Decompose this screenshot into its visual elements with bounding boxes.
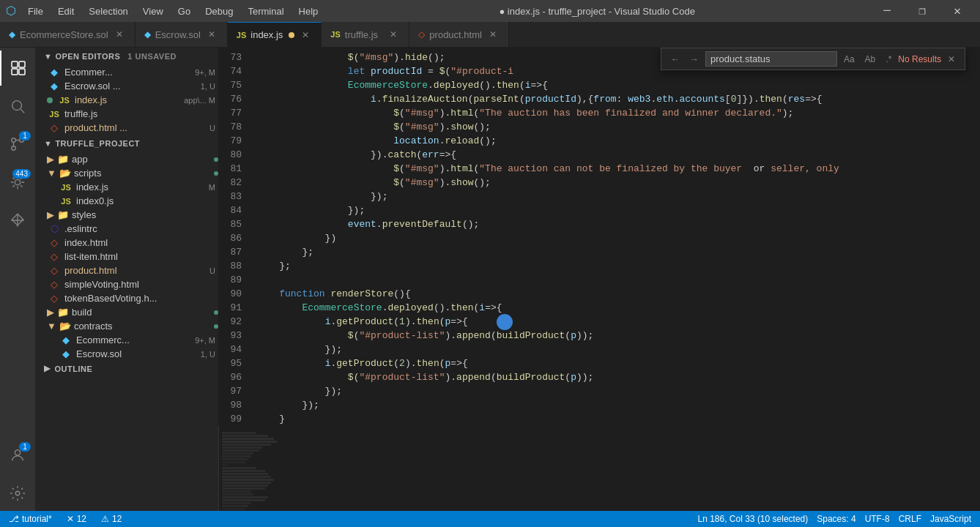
status-language[interactable]: JavaScript bbox=[927, 514, 974, 524]
maximize-button[interactable]: ❐ bbox=[905, 0, 939, 22]
line-content-91: EcommerceStore.deployed().then(i=>{ bbox=[253, 301, 980, 315]
line-77: 77 $("#msg").html("The auction has been … bbox=[218, 106, 980, 120]
folder-scripts[interactable]: ▼ 📂 scripts bbox=[35, 166, 218, 180]
language-label: JavaScript bbox=[930, 514, 971, 524]
outline-header[interactable]: ▶ OUTLINE bbox=[35, 361, 218, 376]
match-word-button[interactable]: Ab bbox=[861, 52, 880, 67]
file-producthtml[interactable]: ◇ product.html U bbox=[35, 264, 218, 277]
tab-product-close[interactable]: ✕ bbox=[486, 28, 500, 41]
file-ecommerce-sol[interactable]: ◆ Ecommerc... 9+, M bbox=[35, 333, 218, 347]
tab-truffle-label: truffle.js bbox=[345, 29, 378, 40]
open-editor-indexjs[interactable]: JS index.js app\... M bbox=[35, 93, 218, 107]
branch-label: tutorial* bbox=[22, 514, 52, 524]
tab-ecommerce-close[interactable]: ✕ bbox=[113, 28, 126, 41]
line-number-82: 82 bbox=[218, 176, 253, 190]
menu-view[interactable]: View bbox=[137, 4, 169, 18]
tab-product-label: product.html bbox=[429, 29, 482, 40]
menu-debug[interactable]: Debug bbox=[199, 4, 239, 18]
activity-explorer[interactable] bbox=[0, 51, 35, 86]
tab-truffle-close[interactable]: ✕ bbox=[387, 28, 400, 41]
file-indexjs-icon: JS bbox=[59, 183, 73, 192]
menu-help[interactable]: Help bbox=[293, 4, 324, 18]
minimize-button[interactable]: ─ bbox=[870, 0, 904, 22]
open-editor-product[interactable]: ◇ product.html ... U bbox=[35, 121, 218, 135]
status-eol[interactable]: CRLF bbox=[896, 514, 924, 524]
tab-truffle[interactable]: JS truffle.js ✕ bbox=[322, 22, 409, 47]
file-listitem[interactable]: ◇ list-item.html bbox=[35, 250, 218, 264]
encoding-label: UTF-8 bbox=[865, 514, 890, 524]
find-prev-button[interactable]: ← bbox=[667, 52, 683, 67]
tab-ecommerce[interactable]: ◆ EcommerceStore.sol ✕ bbox=[0, 22, 136, 47]
tab-escrow-icon: ◆ bbox=[144, 29, 151, 40]
file-simplevoting[interactable]: ◇ simpleVoting.html bbox=[35, 277, 218, 291]
ecommerce-sol-badge: 9+, M bbox=[195, 68, 215, 77]
tab-indexjs[interactable]: JS index.js ✕ bbox=[228, 22, 322, 47]
line-number-86: 86 bbox=[218, 231, 253, 245]
close-button[interactable]: ✕ bbox=[940, 0, 974, 22]
menu-edit[interactable]: Edit bbox=[52, 4, 80, 18]
ecommerce-sol2-badge: 9+, M bbox=[195, 336, 215, 345]
activity-extensions[interactable] bbox=[0, 203, 35, 238]
find-next-button[interactable]: → bbox=[686, 52, 702, 67]
activity-debug[interactable]: 443 bbox=[0, 165, 35, 200]
menu-selection[interactable]: Selection bbox=[83, 4, 133, 18]
indexjs-badge: app\... M bbox=[184, 96, 215, 105]
menu-go[interactable]: Go bbox=[172, 4, 196, 18]
file-indexjs[interactable]: JS index.js M bbox=[35, 180, 218, 194]
status-spaces[interactable]: Spaces: 4 bbox=[814, 514, 858, 524]
editor-area: ← → Aa Ab .* No Results ✕ .hl-kw{color:#… bbox=[218, 48, 980, 511]
tab-escrow[interactable]: ◆ Escrow.sol ✕ bbox=[136, 22, 228, 47]
folder-styles-icon: 📁 bbox=[57, 209, 69, 220]
tab-indexjs-close[interactable]: ✕ bbox=[299, 29, 312, 42]
folder-styles[interactable]: ▶ 📁 styles bbox=[35, 208, 218, 222]
warning-icon: ⚠ bbox=[101, 514, 109, 524]
code-editor[interactable]: .hl-kw{color:#569cd6} .hl-fn{color:#dcdc… bbox=[218, 48, 980, 426]
folder-build[interactable]: ▶ 📁 build bbox=[35, 305, 218, 319]
status-branch[interactable]: ⎇ tutorial* bbox=[6, 514, 55, 524]
status-encoding[interactable]: UTF-8 bbox=[862, 514, 893, 524]
open-editors-chevron: ▼ bbox=[44, 52, 52, 61]
open-editor-escrow[interactable]: ◆ Escrow.sol ... 1, U bbox=[35, 79, 218, 93]
outline-label: OUTLINE bbox=[55, 365, 93, 373]
activity-search[interactable] bbox=[0, 89, 35, 124]
escrow-sol2-icon: ◆ bbox=[59, 348, 73, 359]
find-no-results: No Results bbox=[898, 54, 941, 64]
find-close-button[interactable]: ✕ bbox=[944, 52, 959, 67]
status-cursor[interactable]: Ln 186, Col 33 (10 selected) bbox=[694, 514, 811, 524]
file-index0js-icon: JS bbox=[59, 197, 73, 206]
activity-bar: 1 443 1 bbox=[0, 48, 35, 511]
tab-escrow-close[interactable]: ✕ bbox=[205, 28, 218, 41]
file-index0js[interactable]: JS index0.js bbox=[35, 194, 218, 208]
menu-file[interactable]: File bbox=[22, 4, 49, 18]
line-number-98: 98 bbox=[218, 398, 253, 412]
escrow-sol-badge: 1, U bbox=[201, 82, 215, 91]
svg-rect-3 bbox=[19, 69, 25, 75]
file-escrow-sol[interactable]: ◆ Escrow.sol 1, U bbox=[35, 347, 218, 361]
folder-scripts-icon: 📂 bbox=[59, 168, 71, 179]
activity-settings[interactable] bbox=[0, 476, 35, 511]
truffle-project-header[interactable]: ▼ TRUFFLE_PROJECT bbox=[35, 135, 218, 152]
file-indexhtml[interactable]: ◇ index.html bbox=[35, 236, 218, 250]
tab-product[interactable]: ◇ product.html ✕ bbox=[409, 22, 509, 47]
line-content-79: location.reload(); bbox=[253, 134, 980, 148]
file-eslintrc[interactable]: ⬡ .eslintrc bbox=[35, 222, 218, 236]
open-editor-ecommerce[interactable]: ◆ Ecommer... 9+, M bbox=[35, 65, 218, 79]
menu-terminal[interactable]: Terminal bbox=[242, 4, 289, 18]
folder-app[interactable]: ▶ 📁 app bbox=[35, 152, 218, 166]
svg-line-5 bbox=[21, 109, 24, 113]
line-content-80: }).catch(err=>{ bbox=[253, 148, 980, 162]
regex-button[interactable]: .* bbox=[882, 52, 895, 67]
folder-styles-arrow: ▶ bbox=[47, 209, 54, 220]
file-tokenbased[interactable]: ◇ tokenBasedVoting.h... bbox=[35, 291, 218, 305]
match-case-button[interactable]: Aa bbox=[840, 52, 858, 67]
activity-accounts[interactable]: 1 bbox=[0, 438, 35, 473]
open-editor-truffle[interactable]: JS truffle.js bbox=[35, 107, 218, 121]
folder-contracts[interactable]: ▼ 📂 contracts bbox=[35, 319, 218, 333]
folder-app-arrow: ▶ bbox=[47, 154, 54, 165]
status-errors[interactable]: ✕ 12 bbox=[64, 514, 89, 524]
open-editors-header[interactable]: ▼ OPEN EDITORS 1 UNSAVED bbox=[35, 48, 218, 65]
tab-indexjs-icon: JS bbox=[237, 31, 246, 40]
activity-source-control[interactable]: 1 bbox=[0, 127, 35, 162]
status-warnings[interactable]: ⚠ 12 bbox=[98, 514, 125, 524]
find-input[interactable] bbox=[705, 51, 837, 67]
